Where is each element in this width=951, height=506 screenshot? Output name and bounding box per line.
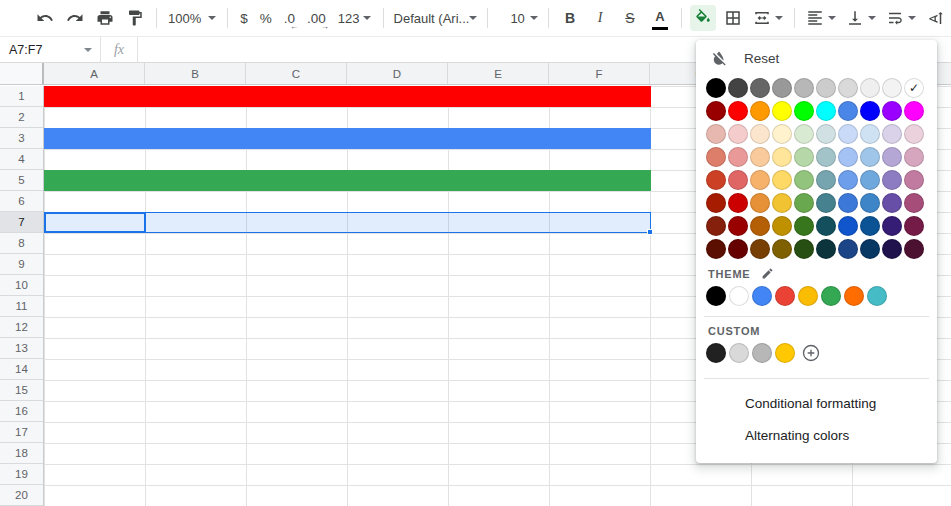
paint-format-button[interactable]: [122, 5, 148, 31]
color-swatch[interactable]: [838, 78, 858, 98]
color-swatch[interactable]: [882, 147, 902, 167]
color-swatch[interactable]: [706, 124, 726, 144]
color-swatch[interactable]: [706, 193, 726, 213]
column-header-a[interactable]: A: [44, 63, 145, 84]
row-header-16[interactable]: 16: [0, 401, 43, 422]
color-swatch[interactable]: [816, 239, 836, 259]
color-swatch[interactable]: [816, 216, 836, 236]
color-swatch[interactable]: [860, 124, 880, 144]
redo-button[interactable]: [62, 5, 88, 31]
color-swatch[interactable]: [816, 170, 836, 190]
color-swatch[interactable]: [794, 101, 814, 121]
color-swatch[interactable]: [706, 170, 726, 190]
color-swatch[interactable]: [728, 239, 748, 259]
color-swatch[interactable]: [882, 216, 902, 236]
color-swatch[interactable]: [775, 286, 795, 306]
row-header-15[interactable]: 15: [0, 380, 43, 401]
color-swatch[interactable]: [750, 78, 770, 98]
row-header-17[interactable]: 17: [0, 422, 43, 443]
column-header-c[interactable]: C: [246, 63, 347, 84]
column-header-b[interactable]: B: [145, 63, 246, 84]
row-header-10[interactable]: 10: [0, 275, 43, 296]
print-button[interactable]: [92, 5, 118, 31]
color-swatch[interactable]: [772, 101, 792, 121]
row-header-7[interactable]: 7: [0, 212, 43, 233]
color-swatch[interactable]: [816, 101, 836, 121]
alternating-colors-link[interactable]: Alternating colors: [696, 419, 937, 451]
color-swatch[interactable]: [860, 101, 880, 121]
row-header-13[interactable]: 13: [0, 338, 43, 359]
zoom-select[interactable]: 100%: [168, 11, 216, 26]
color-swatch[interactable]: [860, 216, 880, 236]
color-swatch[interactable]: [728, 78, 748, 98]
text-color-button[interactable]: A: [647, 5, 673, 31]
color-swatch[interactable]: [706, 343, 726, 363]
row-header-3[interactable]: 3: [0, 128, 43, 149]
color-swatch[interactable]: [750, 101, 770, 121]
color-swatch[interactable]: [772, 193, 792, 213]
color-swatch[interactable]: [728, 101, 748, 121]
horizontal-align-button[interactable]: [803, 5, 839, 31]
color-swatch[interactable]: [750, 124, 770, 144]
color-swatch[interactable]: [844, 286, 864, 306]
row-header-6[interactable]: 6: [0, 191, 43, 212]
row-header-8[interactable]: 8: [0, 233, 43, 254]
color-swatch[interactable]: [838, 124, 858, 144]
row-header-18[interactable]: 18: [0, 443, 43, 464]
color-swatch[interactable]: [752, 286, 772, 306]
color-swatch[interactable]: [904, 124, 924, 144]
color-swatch[interactable]: [706, 78, 726, 98]
color-swatch[interactable]: [882, 78, 902, 98]
column-header-d[interactable]: D: [347, 63, 448, 84]
color-swatch[interactable]: [816, 78, 836, 98]
more-formats-button[interactable]: 123: [338, 11, 371, 26]
decrease-decimal-button[interactable]: .0: [284, 11, 295, 26]
reset-fill-button[interactable]: Reset: [696, 40, 937, 76]
color-swatch[interactable]: [860, 147, 880, 167]
color-swatch[interactable]: [728, 193, 748, 213]
color-swatch[interactable]: [772, 147, 792, 167]
color-swatch[interactable]: [750, 239, 770, 259]
color-swatch[interactable]: [816, 124, 836, 144]
font-select[interactable]: Default (Ari...: [394, 11, 478, 26]
color-swatch[interactable]: [816, 147, 836, 167]
row-header-1[interactable]: 1: [0, 86, 43, 107]
row-header-5[interactable]: 5: [0, 170, 43, 191]
row-header-9[interactable]: 9: [0, 254, 43, 275]
fill-handle[interactable]: [647, 229, 653, 235]
color-swatch[interactable]: [860, 193, 880, 213]
row-header-11[interactable]: 11: [0, 296, 43, 317]
fill-color-button[interactable]: [690, 5, 716, 31]
color-swatch[interactable]: [816, 193, 836, 213]
color-swatch[interactable]: [860, 78, 880, 98]
text-rotation-button[interactable]: [923, 5, 949, 31]
row-header-4[interactable]: 4: [0, 149, 43, 170]
color-swatch[interactable]: [882, 239, 902, 259]
color-swatch[interactable]: [860, 170, 880, 190]
color-swatch[interactable]: ✓: [904, 78, 924, 98]
color-swatch[interactable]: [821, 286, 841, 306]
color-swatch[interactable]: [794, 239, 814, 259]
row-header-19[interactable]: 19: [0, 464, 43, 485]
borders-button[interactable]: [720, 5, 746, 31]
italic-button[interactable]: I: [587, 5, 613, 31]
row-header-12[interactable]: 12: [0, 317, 43, 338]
color-swatch[interactable]: [882, 193, 902, 213]
color-swatch[interactable]: [706, 101, 726, 121]
color-swatch[interactable]: [772, 216, 792, 236]
font-size-select[interactable]: 10: [498, 11, 538, 26]
color-swatch[interactable]: [794, 170, 814, 190]
color-swatch[interactable]: [794, 147, 814, 167]
column-header-e[interactable]: E: [448, 63, 549, 84]
text-wrap-button[interactable]: [883, 5, 919, 31]
color-swatch[interactable]: [882, 124, 902, 144]
color-swatch[interactable]: [794, 193, 814, 213]
color-swatch[interactable]: [750, 170, 770, 190]
color-swatch[interactable]: [838, 216, 858, 236]
color-swatch[interactable]: [838, 239, 858, 259]
bold-button[interactable]: B: [557, 5, 583, 31]
color-swatch[interactable]: [904, 170, 924, 190]
color-swatch[interactable]: [798, 286, 818, 306]
color-swatch[interactable]: [838, 170, 858, 190]
row-header-20[interactable]: 20: [0, 485, 43, 506]
